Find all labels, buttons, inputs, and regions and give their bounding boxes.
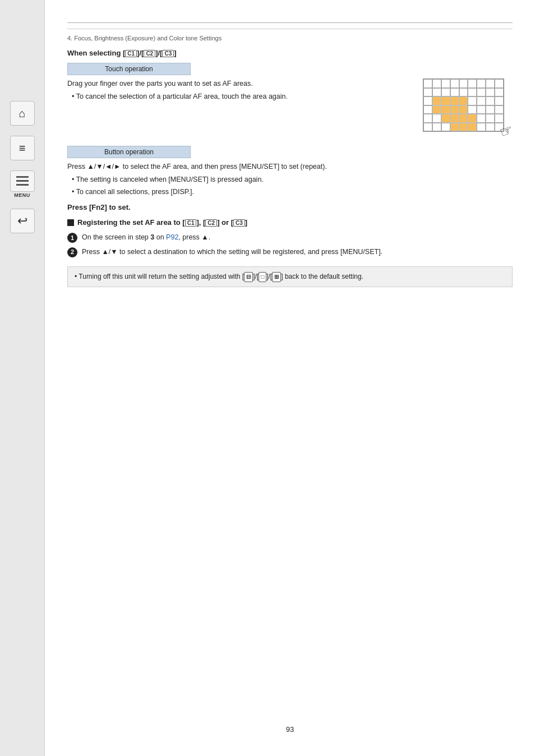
- touch-operation-row: Drag your finger over the parts you want…: [67, 79, 513, 140]
- reg-c1-badge: C1: [185, 219, 197, 227]
- af-cell: [459, 105, 468, 114]
- af-cell: [441, 114, 450, 123]
- af-cell: [495, 79, 504, 88]
- top-divider: [67, 22, 513, 23]
- p92-link[interactable]: P92: [166, 233, 178, 241]
- main-content: 4. Focus, Brightness (Exposure) and Colo…: [45, 0, 535, 756]
- button-operation-section: Button operation Press ▲/▼/◄/► to select…: [67, 146, 513, 199]
- af-cell: [441, 105, 450, 114]
- af-cell: [495, 105, 504, 114]
- af-cell: [441, 123, 450, 132]
- step-1-circle: 1: [67, 233, 77, 243]
- af-cell: [441, 88, 450, 97]
- af-cell: [432, 114, 441, 123]
- page-number: 93: [67, 708, 513, 734]
- af-cell: [477, 105, 486, 114]
- af-cell: [450, 88, 459, 97]
- back-button[interactable]: ↩: [10, 209, 35, 233]
- touch-cancel-bullet: • To cancel the selection of a particula…: [67, 91, 400, 102]
- reg-c3-badge: C3: [233, 219, 245, 227]
- af-cell: [450, 96, 459, 105]
- af-cell: [450, 79, 459, 88]
- step-1: 1 On the screen in step 3 on P92, press …: [67, 232, 513, 243]
- af-cell: [468, 88, 477, 97]
- af-cell: [486, 96, 495, 105]
- af-cell: [468, 79, 477, 88]
- step-2-circle: 2: [67, 247, 77, 257]
- af-cell: [459, 88, 468, 97]
- touch-operation-section: Touch operation Drag your finger over th…: [67, 63, 513, 146]
- finger-touch-icon: ☞: [497, 121, 515, 142]
- svg-rect-1: [16, 180, 29, 182]
- af-cell: [495, 96, 504, 105]
- af-cell: [477, 88, 486, 97]
- af-cell: [486, 105, 495, 114]
- sidebar: ⌂ ≡ MENU ↩: [0, 0, 45, 756]
- af-cell: [423, 96, 432, 105]
- af-cell: [432, 96, 441, 105]
- menu-button[interactable]: MENU: [10, 170, 35, 199]
- list-icon[interactable]: ≡: [10, 136, 35, 160]
- menu-label: MENU: [14, 193, 30, 199]
- button-bullet-2: • To cancel all selections, press [DISP.…: [67, 187, 513, 197]
- menu-icon: [10, 170, 35, 192]
- af-cell: [486, 114, 495, 123]
- af-cell: [495, 88, 504, 97]
- c3-badge: C3: [162, 50, 174, 57]
- af-cell: [423, 114, 432, 123]
- breadcrumb: 4. Focus, Brightness (Exposure) and Colo…: [67, 29, 513, 42]
- register-heading: Registering the set AF area to [C1], [C2…: [67, 218, 513, 227]
- af-cell: [441, 96, 450, 105]
- af-cell: [468, 105, 477, 114]
- af-cell: [477, 114, 486, 123]
- af-cell: [477, 96, 486, 105]
- af-cell: [423, 88, 432, 97]
- button-operation-banner: Button operation: [67, 146, 191, 158]
- section-heading: When selecting [C1]/[C2]/[C3]: [67, 49, 513, 57]
- af-cell: [459, 114, 468, 123]
- af-grid-container: ☞: [423, 79, 513, 140]
- af-cell: [432, 123, 441, 132]
- touch-operation-banner: Touch operation: [67, 63, 191, 75]
- af-cell: [468, 96, 477, 105]
- af-cell: [468, 123, 477, 132]
- af-cell: [459, 123, 468, 132]
- af-cell: [459, 79, 468, 88]
- af-cell: [450, 105, 459, 114]
- c2-badge: C2: [144, 50, 155, 57]
- c1-badge: C1: [125, 50, 137, 57]
- touch-operation-text: Drag your finger over the parts you want…: [67, 79, 400, 140]
- note-icon2: □: [259, 272, 266, 282]
- af-cell: [486, 79, 495, 88]
- af-cell: [477, 79, 486, 88]
- af-cell: [477, 123, 486, 132]
- af-cell: [459, 96, 468, 105]
- button-bullet-1: • The setting is canceled when [MENU/SET…: [67, 174, 513, 185]
- af-cell: [495, 114, 504, 123]
- step-2: 2 Press ▲/▼ to select a destination to w…: [67, 247, 513, 257]
- note-icon1: ⊟: [244, 272, 253, 282]
- svg-rect-0: [16, 176, 29, 178]
- af-cell: [450, 114, 459, 123]
- note-box: • Turning off this unit will return the …: [67, 266, 513, 287]
- svg-rect-2: [16, 184, 29, 186]
- reg-c2-badge: C2: [205, 219, 217, 227]
- af-cell: [441, 79, 450, 88]
- af-cell: [486, 88, 495, 97]
- af-cell: [423, 105, 432, 114]
- note-icon3: ⊞: [272, 272, 281, 282]
- af-cell: [450, 123, 459, 132]
- af-cell: [423, 123, 432, 132]
- af-grid: [423, 79, 504, 132]
- af-cell: [432, 79, 441, 88]
- af-cell: [486, 123, 495, 132]
- af-cell: [432, 105, 441, 114]
- home-icon[interactable]: ⌂: [10, 101, 35, 126]
- fn2-instruction: Press [Fn2] to set.: [67, 203, 513, 211]
- af-cell: [423, 79, 432, 88]
- black-square-icon: [67, 219, 74, 226]
- af-grid-wrapper: ☞: [412, 79, 513, 140]
- af-cell: [468, 114, 477, 123]
- af-cell: [432, 88, 441, 97]
